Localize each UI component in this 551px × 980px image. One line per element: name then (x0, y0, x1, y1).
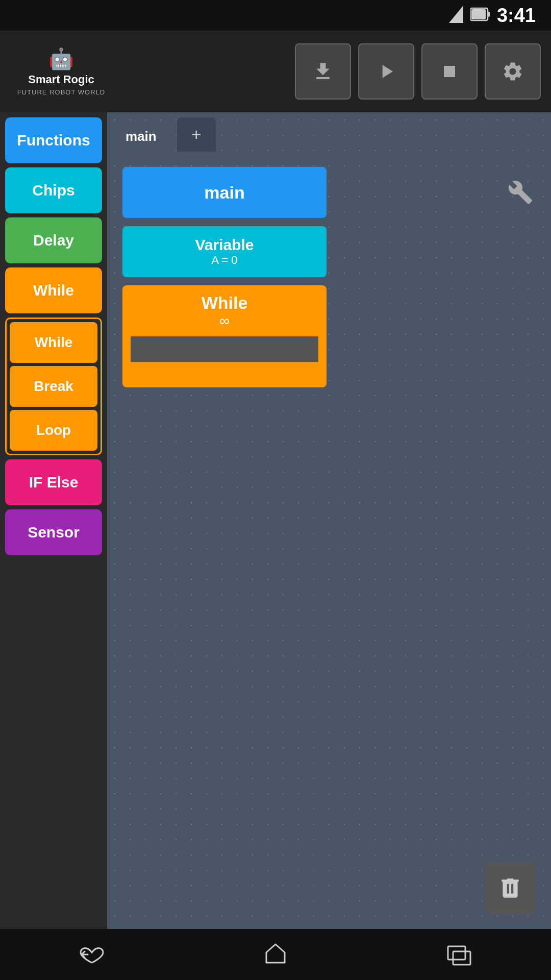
block-main[interactable]: main (122, 167, 327, 218)
wrench-button[interactable] (505, 177, 536, 208)
status-time: 3:41 (497, 5, 536, 27)
svg-rect-2 (471, 9, 486, 19)
logo-main-text: Smart Rogic (28, 73, 94, 86)
signal-icon (449, 6, 463, 25)
canvas-content: main Variable A = 0 While ∞ (107, 152, 551, 929)
svg-rect-5 (453, 951, 470, 965)
trash-icon (497, 875, 523, 901)
block-while[interactable]: While ∞ (122, 285, 337, 387)
bottom-nav (0, 929, 551, 980)
trash-button[interactable] (485, 863, 536, 914)
sidebar-item-while-sub[interactable]: While (10, 322, 97, 363)
sidebar-item-sensor[interactable]: Sensor (5, 509, 102, 555)
svg-rect-3 (488, 12, 490, 17)
while-group: While Break Loop (5, 317, 102, 455)
sidebar-item-break[interactable]: Break (10, 366, 97, 407)
sidebar-item-while[interactable]: While (5, 267, 102, 313)
gear-icon (502, 60, 524, 83)
block-while-inner (122, 336, 327, 362)
sidebar-item-delay[interactable]: Delay (5, 217, 102, 263)
app-container: 🤖 Smart Rogic FUTURE ROBOT WORLD (0, 31, 551, 929)
tab-add-button[interactable]: + (177, 117, 216, 152)
sidebar-item-if-else[interactable]: IF Else (5, 459, 102, 505)
logo-sub-text: FUTURE ROBOT WORLD (17, 88, 105, 96)
sidebar-item-loop[interactable]: Loop (10, 410, 97, 451)
stop-icon (438, 60, 461, 83)
block-variable-sub: A = 0 (212, 254, 238, 267)
content-area: Functions Chips Delay While While Break (0, 112, 551, 929)
download-button[interactable] (295, 43, 351, 100)
block-variable[interactable]: Variable A = 0 (122, 226, 327, 277)
logo-robot-icon: 🤖 (48, 47, 74, 71)
toolbar: 🤖 Smart Rogic FUTURE ROBOT WORLD (0, 31, 551, 112)
sidebar-item-functions[interactable]: Functions (5, 117, 102, 163)
wrench-icon (508, 180, 533, 205)
block-while-footer (122, 362, 327, 387)
settings-button[interactable] (485, 43, 541, 100)
home-button[interactable] (260, 939, 291, 970)
sidebar: Functions Chips Delay While While Break (0, 112, 107, 929)
toolbar-buttons (295, 43, 541, 100)
sidebar-item-chips[interactable]: Chips (5, 167, 102, 213)
status-bar: 3:41 (0, 0, 551, 31)
tab-main[interactable]: main (107, 121, 175, 152)
logo: 🤖 Smart Rogic FUTURE ROBOT WORLD (10, 47, 112, 96)
download-icon (312, 60, 334, 83)
recents-icon (445, 940, 473, 969)
back-icon (78, 943, 106, 966)
play-icon (375, 60, 397, 83)
home-icon (261, 940, 290, 969)
block-while-header: While ∞ (122, 285, 327, 336)
battery-icon (470, 7, 490, 23)
svg-marker-0 (449, 6, 463, 23)
play-button[interactable] (358, 43, 414, 100)
back-button[interactable] (77, 939, 107, 970)
canvas-area: main + main (107, 112, 551, 929)
tab-bar: main + (107, 112, 551, 152)
recents-button[interactable] (444, 939, 474, 970)
svg-rect-4 (448, 946, 465, 960)
stop-button[interactable] (421, 43, 478, 100)
